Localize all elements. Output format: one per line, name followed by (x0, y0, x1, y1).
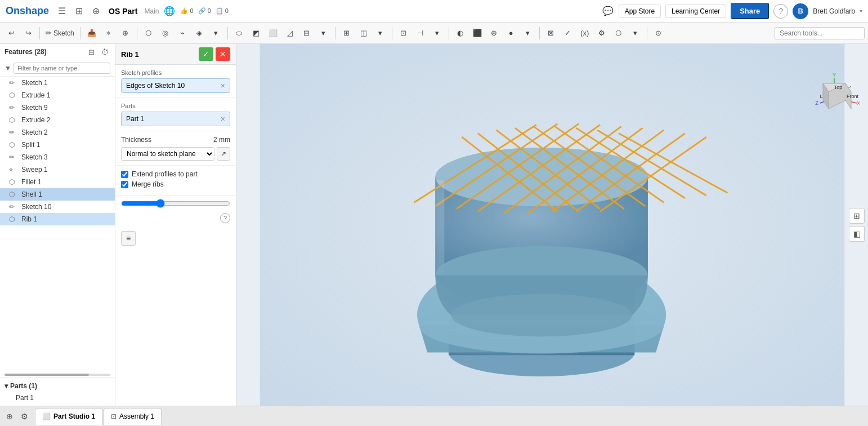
feature-item-sketch9[interactable]: ✏ Sketch 9 (0, 101, 115, 114)
feature-item-sketch3[interactable]: ✏ Sketch 3 (0, 151, 115, 163)
export-count: 📋 0 (216, 7, 229, 15)
panel-buttons: ✓ ✕ (199, 47, 230, 61)
3d-viewport[interactable] (236, 44, 868, 406)
panel-cancel-button[interactable]: ✕ (216, 47, 230, 61)
remove-profile-button[interactable]: × (221, 81, 225, 90)
help-icon[interactable]: ? (220, 213, 230, 223)
tb-check-button[interactable]: ✓ (560, 25, 576, 41)
search-tools-input[interactable] (775, 27, 865, 39)
feature-item-fillet1[interactable]: ⬡ Fillet 1 (0, 176, 115, 188)
tb-split-button[interactable]: ◫ (356, 25, 372, 41)
separator-6 (392, 27, 392, 39)
filter-input[interactable] (14, 63, 110, 74)
canvas-area[interactable]: Top L Front Y X Z ⊞ ◧ (236, 44, 868, 406)
tb-loft-button[interactable]: ◈ (191, 25, 207, 41)
feature-item-shell1[interactable]: ⬡ Shell 1 (0, 188, 115, 201)
tb-more-button[interactable]: ▾ (208, 25, 224, 41)
tb-insert-button[interactable]: 📥 (84, 25, 100, 41)
tb-rib-button[interactable]: ⊟ (299, 25, 315, 41)
user-name[interactable]: Brett Goldfarb (813, 7, 855, 15)
tab-part-studio[interactable]: ⬜ Part Studio 1 (35, 408, 102, 425)
feature-item-sketch1[interactable]: ✏ Sketch 1 (0, 77, 115, 89)
menu-icon[interactable]: ☰ (56, 5, 68, 17)
feature-item-extrude1[interactable]: ⬡ Extrude 1 (0, 89, 115, 101)
tb-sweep-button[interactable]: ⌁ (175, 25, 190, 41)
help-button[interactable]: ? (773, 4, 788, 19)
tb-revolve-button[interactable]: ◎ (158, 25, 173, 41)
share-button[interactable]: Share (731, 3, 769, 19)
list-icon[interactable]: ⊞ (73, 5, 85, 17)
tb-more2-button[interactable]: ▾ (316, 25, 332, 41)
add-tab-icon[interactable]: ⊕ (3, 410, 16, 423)
sketch-button[interactable]: ✏ Sketch (43, 25, 77, 41)
like-count: 👍 0 (180, 7, 193, 15)
tb-more3-button[interactable]: ▾ (373, 25, 388, 41)
tb-section-button[interactable]: ⊙ (651, 25, 666, 41)
zoom-fit-button[interactable]: ⊞ (849, 208, 865, 224)
tb-boolean-button[interactable]: ⊞ (339, 25, 355, 41)
tb-render-button[interactable]: ⬡ (611, 25, 627, 41)
feature-item-split1[interactable]: ⬡ Split 1 (0, 139, 115, 151)
parts-chevron: ▾ (5, 382, 8, 390)
tb-chamfer-button[interactable]: ◩ (248, 25, 264, 41)
globe-icon[interactable]: 🌐 (163, 5, 176, 17)
settings-icon[interactable]: ⚙ (18, 410, 30, 423)
tb-plane-button[interactable]: ⬛ (469, 25, 485, 41)
tab-assembly[interactable]: ⊡ Assembly 1 (104, 408, 162, 425)
direction-select[interactable]: Normal to sketch plane One direction Bot… (121, 147, 214, 161)
toolbar: ↩ ↪ ✏ Sketch 📥 ⌖ ⊕ ⬡ ◎ ⌁ ◈ ▾ ⬭ ◩ ⬜ ◿ ⊟ ▾… (0, 23, 868, 44)
comment-icon[interactable]: 💬 (602, 5, 614, 17)
right-toolbar: ⊞ ◧ (845, 205, 868, 245)
sketch-profile-chip: Edges of Sketch 10 × (121, 78, 230, 93)
undo-button[interactable]: ↩ (3, 25, 19, 41)
app-store-button[interactable]: App Store (619, 5, 661, 18)
panel-ok-button[interactable]: ✓ (199, 47, 213, 61)
remove-part-button[interactable]: × (221, 114, 225, 123)
tb-transform-button[interactable]: ⌖ (101, 25, 117, 41)
tb-shell-button[interactable]: ⬜ (265, 25, 281, 41)
doc-branch: Main (144, 7, 159, 15)
tb-more5-button[interactable]: ▾ (520, 25, 536, 41)
feature-item-sketch10[interactable]: ✏ Sketch 10 (0, 201, 115, 213)
parts-panel-label: Parts (121, 103, 230, 109)
add-icon[interactable]: ⊕ (90, 5, 102, 17)
tb-draft-button[interactable]: ◿ (282, 25, 298, 41)
tb-mirror-button[interactable]: ⊣ (413, 25, 428, 41)
tb-measure-button[interactable]: ⊠ (543, 25, 559, 41)
parts-title: Parts (1) (10, 382, 37, 390)
history-icon[interactable]: ⏱ (99, 46, 110, 57)
user-dropdown[interactable]: ▾ (860, 8, 862, 14)
part1-item[interactable]: Part 1 (5, 392, 110, 403)
tb-add-button[interactable]: ⊕ (118, 25, 133, 41)
tb-pattern-button[interactable]: ⊡ (396, 25, 411, 41)
merge-ribs-checkbox[interactable] (121, 181, 128, 188)
svg-rect-27 (436, 180, 444, 276)
separator-4 (227, 27, 228, 39)
feature-item-extrude2[interactable]: ⬡ Extrude 2 (0, 114, 115, 126)
learning-center-button[interactable]: Learning Center (665, 5, 726, 18)
redo-button[interactable]: ↪ (20, 25, 36, 41)
collapse-icon[interactable]: ⊟ (86, 46, 97, 57)
feature-item-sketch2[interactable]: ✏ Sketch 2 (0, 126, 115, 139)
tb-axis-button[interactable]: ⊕ (486, 25, 502, 41)
tb-var-button[interactable]: (x) (577, 25, 593, 41)
tb-sim-button[interactable]: ⚙ (594, 25, 610, 41)
direction-flip-button[interactable]: ↗ (217, 147, 230, 161)
extend-profiles-checkbox[interactable] (121, 171, 128, 178)
tb-mate-button[interactable]: ◐ (453, 25, 468, 41)
orientation-cube[interactable]: Top L Front Y X Z (809, 72, 860, 123)
user-avatar[interactable]: B (793, 3, 808, 19)
logo[interactable]: Onshape (6, 5, 49, 17)
list-view-icon[interactable]: ≡ (121, 231, 136, 246)
tb-more6-button[interactable]: ▾ (628, 25, 643, 41)
feature-item-sweep1[interactable]: ⌖ Sweep 1 (0, 163, 115, 176)
parts-header[interactable]: ▾ Parts (1) (5, 380, 110, 392)
tb-more4-button[interactable]: ▾ (429, 25, 445, 41)
thickness-slider[interactable] (121, 199, 230, 208)
tb-fillet-button[interactable]: ⬭ (231, 25, 247, 41)
tb-point-button[interactable]: ● (503, 25, 519, 41)
view-cube-button[interactable]: ◧ (849, 226, 865, 242)
tb-extrude-button[interactable]: ⬡ (141, 25, 156, 41)
feature-item-rib1[interactable]: ⬡ Rib 1 (0, 213, 115, 225)
parts-chip: Part 1 × (121, 112, 230, 126)
